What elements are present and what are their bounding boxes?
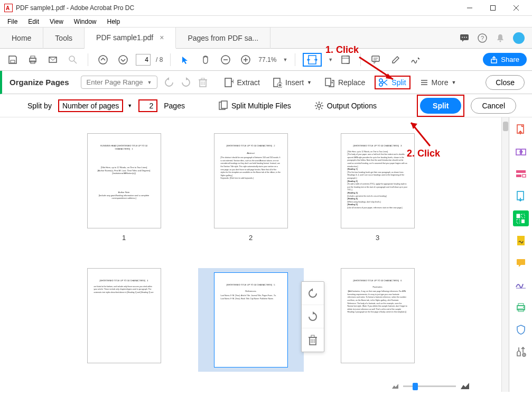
tab-tools[interactable]: Tools <box>43 27 85 49</box>
page-number-input[interactable] <box>136 54 151 66</box>
chevron-down-icon: ▼ <box>451 80 456 85</box>
replace-button[interactable]: Replace <box>321 75 368 90</box>
search-icon[interactable] <box>66 52 80 67</box>
menu-edit[interactable]: Edit <box>23 17 44 26</box>
menubar: File Edit View Window Help <box>0 16 532 27</box>
zoom-caret-icon[interactable]: ▼ <box>283 57 287 62</box>
svg-rect-72 <box>517 219 520 223</box>
thumbnail-area[interactable]: RUNNING HEAD [SHORTENED TITLE UP TO 50 C… <box>0 117 501 392</box>
minimize-button[interactable] <box>458 0 481 16</box>
svg-text:A: A <box>6 5 10 11</box>
slider-knob[interactable] <box>413 383 418 390</box>
delete-page-icon[interactable] <box>302 328 324 352</box>
rotate-cw-icon[interactable] <box>302 305 324 328</box>
chevron-down-icon: ▼ <box>307 80 312 85</box>
rotate-ccw-icon[interactable] <box>302 282 324 305</box>
read-mode-icon[interactable] <box>338 52 353 67</box>
user-avatar[interactable] <box>513 32 525 44</box>
comment-tool-icon[interactable] <box>513 255 529 271</box>
svg-rect-67 <box>516 174 521 177</box>
page-up-icon[interactable] <box>96 52 110 67</box>
zoom-in-icon[interactable] <box>238 52 253 67</box>
slider-track[interactable] <box>403 385 456 387</box>
fit-caret-icon[interactable]: ▼ <box>328 57 333 62</box>
extract-button[interactable]: Extract <box>221 75 263 90</box>
split-multiple-label: Split Multiple Files <box>231 102 291 110</box>
split-label: Split <box>391 78 406 87</box>
vertical-scrollbar[interactable] <box>501 117 509 392</box>
tab-active-document[interactable]: PDF sample1.pdf × <box>85 27 176 49</box>
zoom-value[interactable]: 77.1% <box>258 56 276 63</box>
hand-icon[interactable] <box>198 52 213 67</box>
bell-icon[interactable] <box>495 33 506 43</box>
maximize-button[interactable] <box>481 0 505 16</box>
page-thumbnail-selected[interactable]: [SHORTENED TITLE UP TO 50 CHARACTERS] 5R… <box>198 268 304 372</box>
page-thumbnail[interactable]: RUNNING HEAD [SHORTENED TITLE UP TO 50 C… <box>71 133 177 242</box>
page-thumbnail[interactable]: [SHORTENED TITLE UP TO 50 CHARACTERS] 4a… <box>71 268 177 372</box>
page-range-input[interactable]: Enter Page Range ▼ <box>81 76 158 89</box>
share-button[interactable]: Share <box>483 53 527 66</box>
rotate-ccw-icon[interactable] <box>164 77 174 88</box>
save-icon[interactable] <box>5 52 20 67</box>
organize-pages-icon[interactable] <box>513 210 529 226</box>
split-count-input[interactable] <box>143 102 153 110</box>
fit-width-icon[interactable] <box>303 53 322 67</box>
more-tools-icon[interactable] <box>513 344 529 360</box>
split-options-bar: Split by Number of pages ▼ Pages Split M… <box>0 94 532 117</box>
page-thumbnail[interactable]: [SHORTENED TITLE UP TO 50 CHARACTERS] 2A… <box>198 133 304 242</box>
split-execute-button[interactable]: Split <box>420 98 461 114</box>
page-number-label: 3 <box>376 234 379 242</box>
svg-rect-75 <box>517 259 525 265</box>
comment-icon[interactable] <box>368 52 383 67</box>
menu-file[interactable]: File <box>2 17 23 26</box>
organize-pages-bar: Organize Pages Enter Page Range ▼ Extrac… <box>0 71 532 94</box>
window-title: PDF sample1.pdf - Adobe Acrobat Pro DC <box>16 4 458 12</box>
protect-icon[interactable] <box>513 321 529 337</box>
email-icon[interactable] <box>45 52 60 67</box>
close-window-button[interactable] <box>505 0 528 16</box>
close-organize-button[interactable]: Close <box>486 75 525 90</box>
close-tab-icon[interactable]: × <box>160 33 164 42</box>
help-icon[interactable]: ? <box>477 33 488 43</box>
svg-rect-41 <box>225 78 231 87</box>
tab-other-document[interactable]: Pages from PDF sa... <box>176 27 270 49</box>
svg-point-9 <box>464 36 465 38</box>
page-thumbnail[interactable]: [SHORTENED TITLE UP TO 50 CHARACTERS] 3[… <box>325 133 431 242</box>
chat-icon[interactable] <box>459 33 470 43</box>
thumbnail-zoom-slider[interactable] <box>391 382 470 390</box>
cancel-button[interactable]: Cancel <box>471 98 516 114</box>
svg-rect-40 <box>201 78 204 80</box>
highlight-pen-icon[interactable] <box>388 52 403 67</box>
page-number-label: 1 <box>122 234 126 242</box>
menu-help[interactable]: Help <box>102 17 126 26</box>
page-down-icon[interactable] <box>116 52 130 67</box>
split-multiple-files-button[interactable]: Split Multiple Files <box>219 100 291 111</box>
more-button[interactable]: More ▼ <box>417 76 460 89</box>
menu-view[interactable]: View <box>44 17 69 26</box>
pointer-icon[interactable] <box>178 52 193 67</box>
scrollbar-handle[interactable] <box>503 122 508 131</box>
sign-tool-icon[interactable] <box>513 277 529 293</box>
menu-window[interactable]: Window <box>69 17 102 26</box>
tab-home[interactable]: Home <box>0 27 43 49</box>
rotate-cw-icon[interactable] <box>181 77 191 88</box>
zoom-out-icon[interactable] <box>218 52 233 67</box>
page-number-label: 2 <box>249 234 253 242</box>
output-options-button[interactable]: Output Options <box>314 101 377 111</box>
fill-sign-icon[interactable] <box>513 233 529 249</box>
delete-icon[interactable] <box>198 77 208 88</box>
insert-button[interactable]: Insert ▼ <box>269 75 315 90</box>
create-pdf-icon[interactable] <box>513 122 529 137</box>
print-icon[interactable] <box>25 52 40 67</box>
page-thumbnail[interactable]: [SHORTENED TITLE UP TO 50 CHARACTERS] 6F… <box>325 268 431 372</box>
sign-icon[interactable] <box>408 52 423 67</box>
edit-pdf-icon[interactable] <box>513 166 529 182</box>
split-tool-button[interactable]: Split <box>375 76 410 89</box>
export-pdf-icon[interactable] <box>513 188 529 204</box>
chevron-down-icon[interactable]: ▼ <box>127 103 132 108</box>
zoom-small-icon <box>391 383 399 389</box>
combine-files-icon[interactable] <box>513 144 529 160</box>
print-production-icon[interactable] <box>513 299 529 315</box>
svg-rect-66 <box>516 170 526 173</box>
split-method-select[interactable]: Number of pages <box>58 99 123 112</box>
